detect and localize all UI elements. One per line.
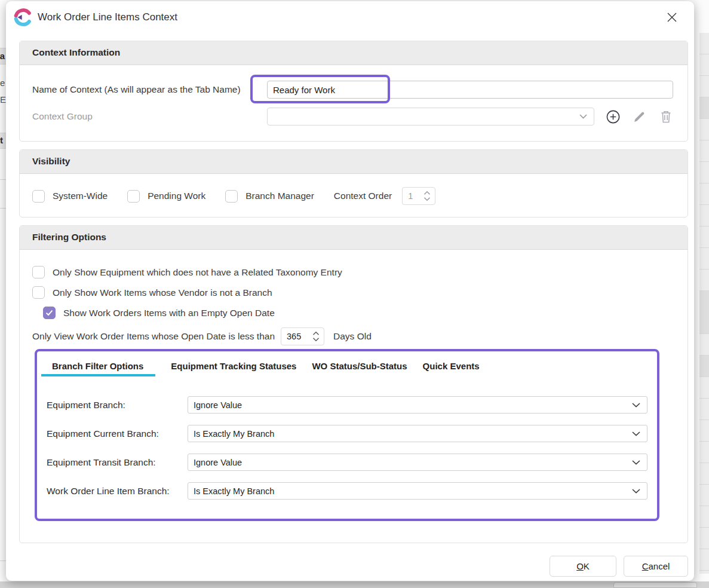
background-text-fragment: E xyxy=(0,94,6,105)
days-old-spinner[interactable]: 365 xyxy=(281,327,324,345)
background-bottom-strip xyxy=(0,581,709,588)
system-wide-label: System-Wide xyxy=(53,191,108,201)
section-header: Visibility xyxy=(20,150,687,174)
context-group-select[interactable] xyxy=(267,108,594,125)
branch-filter-options-content: Equipment Branch: Ignore Value Equipment… xyxy=(37,376,657,500)
equipment-branch-label: Equipment Branch: xyxy=(47,400,188,411)
tab-equipment-tracking-statuses[interactable]: Equipment Tracking Statuses xyxy=(171,361,296,376)
background-text-fragment: t xyxy=(0,135,3,145)
section-header: Context Information xyxy=(20,41,687,65)
only-show-work-items-vendor-not-branch-label: Only Show Work Items whose Vendor is not… xyxy=(53,287,272,298)
check-icon xyxy=(45,310,53,316)
background-text-fragment: ra xyxy=(0,51,5,61)
context-information-section: Context Information Name of Context (As … xyxy=(19,41,688,142)
only-show-equipment-no-taxonomy-label: Only Show Equipment which does not have … xyxy=(53,267,342,278)
work-order-line-item-branch-value: Is Exactly My Branch xyxy=(194,486,274,496)
delete-trash-icon[interactable] xyxy=(658,109,673,124)
only-show-equipment-no-taxonomy-checkbox[interactable] xyxy=(32,266,45,278)
equipment-current-branch-select[interactable]: Is Exactly My Branch xyxy=(188,425,647,442)
branch-filter-tab-panel-annotation: Branch Filter Options Equipment Tracking… xyxy=(35,349,659,521)
pending-work-label: Pending Work xyxy=(148,191,205,201)
ok-button-label: OK xyxy=(576,561,590,571)
equipment-transit-branch-label: Equipment Transit Branch: xyxy=(47,457,188,468)
section-header: Filtering Options xyxy=(20,226,687,250)
cancel-button-label: Cancel xyxy=(642,561,670,571)
background-button-fragment xyxy=(613,582,697,588)
app-logo-icon xyxy=(14,8,32,26)
edit-pencil-icon[interactable] xyxy=(632,109,647,124)
context-order-label: Context Order xyxy=(334,191,392,201)
only-show-work-items-vendor-not-branch-checkbox[interactable] xyxy=(32,286,45,299)
branch-manager-label: Branch Manager xyxy=(245,191,314,201)
filtering-options-section: Filtering Options Only Show Equipment wh… xyxy=(19,225,688,543)
background-row-band xyxy=(699,97,709,118)
chevron-down-icon xyxy=(632,460,640,465)
add-context-group-button[interactable] xyxy=(606,109,621,124)
tab-branch-filter-options[interactable]: Branch Filter Options xyxy=(41,361,155,376)
show-empty-open-date-label: Show Work Orders Items with an Empty Ope… xyxy=(63,308,275,318)
days-old-value: 365 xyxy=(287,332,312,341)
show-empty-open-date-checkbox[interactable] xyxy=(43,307,56,319)
background-row-band xyxy=(699,356,709,376)
equipment-transit-branch-value: Ignore Value xyxy=(194,458,242,467)
chevron-down-icon xyxy=(632,403,640,408)
dialog-titlebar: Work Order Line Items Context xyxy=(6,1,694,33)
background-row-band xyxy=(699,291,709,333)
equipment-transit-branch-select[interactable]: Ignore Value xyxy=(188,454,647,471)
work-order-line-items-context-dialog: Work Order Line Items Context Context In… xyxy=(6,1,694,581)
work-order-line-item-branch-select[interactable]: Is Exactly My Branch xyxy=(188,482,647,500)
context-group-label: Context Group xyxy=(32,111,267,122)
days-old-suffix-label: Days Old xyxy=(333,331,372,342)
equipment-branch-select[interactable]: Ignore Value xyxy=(188,396,647,414)
visibility-section: Visibility System-Wide Pending Work Bran… xyxy=(19,149,688,218)
chevron-down-icon xyxy=(632,489,640,494)
cancel-button[interactable]: Cancel xyxy=(624,556,688,577)
equipment-current-branch-value: Is Exactly My Branch xyxy=(194,429,274,439)
tab-wo-status-sub-status[interactable]: WO Status/Sub-Status xyxy=(312,361,407,376)
background-text-fragment: e xyxy=(0,78,5,88)
equipment-branch-value: Ignore Value xyxy=(194,400,242,410)
work-order-line-item-branch-label: Work Order Line Item Branch: xyxy=(47,486,188,497)
background-right-sliver xyxy=(699,33,709,574)
branch-manager-checkbox[interactable] xyxy=(225,190,238,203)
spinner-updown-icon[interactable] xyxy=(312,331,320,342)
equipment-current-branch-label: Equipment Current Branch: xyxy=(47,428,188,439)
ok-button[interactable]: OK xyxy=(550,556,616,577)
spinner-updown-icon[interactable] xyxy=(423,191,431,201)
filter-tabs: Branch Filter Options Equipment Tracking… xyxy=(37,351,657,376)
chevron-down-icon xyxy=(579,114,587,119)
name-of-context-label: Name of Context (As will appear as the T… xyxy=(32,84,267,95)
tab-quick-events[interactable]: Quick Events xyxy=(423,361,480,376)
chevron-down-icon xyxy=(632,431,640,436)
days-old-prefix-label: Only View Work Order Items whose Open Da… xyxy=(32,331,275,342)
name-of-context-input[interactable] xyxy=(267,81,673,99)
context-order-value: 1 xyxy=(408,191,423,201)
system-wide-checkbox[interactable] xyxy=(32,190,45,203)
pending-work-checkbox[interactable] xyxy=(127,190,140,203)
dialog-title: Work Order Line Items Context xyxy=(38,11,177,23)
close-icon[interactable] xyxy=(663,8,681,26)
context-order-spinner[interactable]: 1 xyxy=(402,187,435,205)
dialog-footer: OK Cancel xyxy=(550,556,688,577)
